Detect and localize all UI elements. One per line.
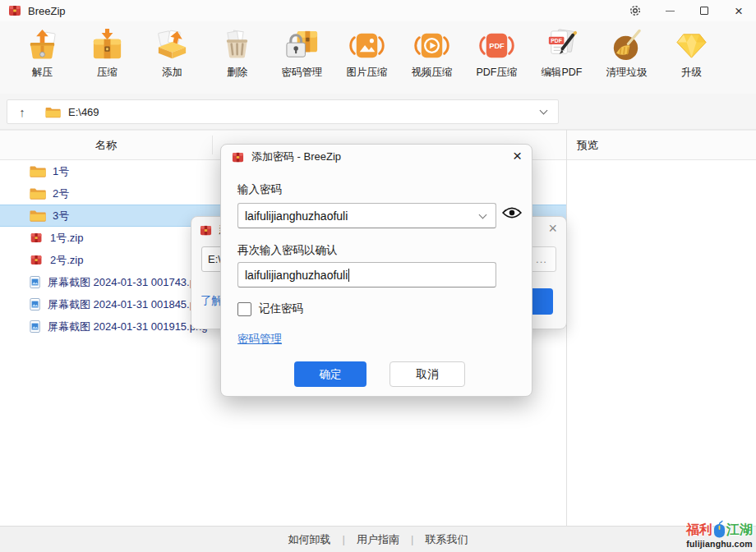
delete-basket-icon [219,27,256,64]
image-file-icon [30,297,41,311]
status-link-guide[interactable]: 用户指南 [357,532,399,547]
toolbar-clean-junk[interactable]: 清理垃圾 [594,21,659,94]
chevron-down-icon[interactable] [479,211,487,219]
learn-more-link[interactable]: 了解 [201,293,223,308]
maximize-icon [700,7,708,15]
status-divider: | [343,533,345,545]
toolbar-password-manager[interactable]: 密码管理 [270,21,334,94]
title-bar: BreeZip × [0,0,756,21]
toolbar-label: 升级 [681,66,702,80]
breezip-app-icon [8,4,21,17]
folder-icon [30,186,46,200]
toolbar-extract[interactable]: 解压 [10,21,75,94]
watermark-url: fulijianghu.com [686,539,753,549]
image-file-icon [30,275,41,289]
confirm-password-value: laifulijianghuzhaofuli [245,269,348,282]
minimize-icon [666,11,675,12]
toolbar-label: 添加 [162,66,182,80]
ok-button[interactable]: 确定 [294,361,366,387]
close-icon: × [735,4,743,18]
compress-box-icon [89,27,126,64]
up-arrow-icon: ↑ [19,105,25,119]
zip-archive-icon [30,231,44,245]
watermark-logo: 福利 江湖 fulijianghu.com [686,522,753,549]
confirm-password-label: 再次输入密码以确认 [237,243,338,258]
svg-text:PDF: PDF [551,38,562,44]
text-caret [348,269,349,282]
address-bar[interactable]: ↑ E:\469 [7,99,559,124]
toolbar-pdf-compress[interactable]: PDF PDF压缩 [464,21,529,94]
dialog-title-bar: 添加密码 - BreeZip [221,145,532,169]
password-lock-icon [284,27,320,64]
password-combobox[interactable]: laifulijianghuzhaofuli [237,203,496,228]
toolbar-upgrade[interactable]: 升级 [659,21,724,94]
extract-box-icon [24,27,61,64]
status-link-uninstall[interactable]: 如何卸载 [288,532,331,547]
address-row: ↑ E:\469 [0,94,756,130]
upgrade-gem-icon [673,27,710,64]
svg-text:PDF: PDF [489,42,505,50]
main-toolbar: 解压 压缩 添加 删除 [0,21,756,94]
file-name: 屏幕截图 2024-01-31 001915.png [48,320,207,334]
remember-password-label: 记住密码 [259,301,303,316]
close-icon[interactable]: × [548,220,557,237]
gear-icon [629,4,642,17]
zip-archive-icon [30,253,44,267]
close-icon[interactable]: × [513,148,522,163]
watermark-word-right: 江湖 [726,522,753,539]
folder-icon [30,164,46,178]
image-compress-icon [348,27,385,64]
password-value: laifulijianghuzhaofuli [245,209,348,223]
toolbar-label: PDF压缩 [477,66,518,80]
status-link-contact[interactable]: 联系我们 [425,532,468,547]
file-name: 1号.zip [50,231,83,246]
file-name: 2号 [53,186,69,201]
image-file-icon [30,320,41,334]
status-bar: 如何卸载 | 用户指南 | 联系我们 [0,526,756,552]
file-name: 屏幕截图 2024-01-31 001845.png [48,297,207,312]
clean-junk-icon [608,27,645,64]
settings-button[interactable] [618,0,652,21]
maximize-button[interactable] [687,0,721,21]
toolbar-label: 视频压缩 [412,66,453,80]
toolbar-compress[interactable]: 压缩 [75,21,140,94]
preview-header: 预览 [567,130,756,160]
toolbar-label: 解压 [32,66,53,80]
preview-panel: 预览 [567,130,756,526]
column-header-name[interactable]: 名称 [0,138,212,153]
up-directory-button[interactable]: ↑ [7,100,37,123]
file-name: 3号 [53,209,69,223]
password-manager-link[interactable]: 密码管理 [237,332,282,347]
watermark-word-left: 福利 [686,522,712,539]
chevron-down-icon[interactable] [540,107,548,115]
toolbar-label: 图片压缩 [347,66,388,80]
toolbar-image-compress[interactable]: 图片压缩 [334,21,399,94]
breezip-app-icon [200,224,212,237]
remember-password-checkbox[interactable] [237,302,251,316]
password-label: 输入密码 [237,182,282,197]
minimize-button[interactable] [652,0,687,21]
remember-password-row[interactable]: 记住密码 [237,301,303,316]
column-divider[interactable] [212,136,213,154]
toolbar-label: 删除 [227,66,247,80]
mouse-icon [713,520,726,538]
cancel-button[interactable]: 取消 [390,361,465,387]
confirm-password-input[interactable]: laifulijianghuzhaofuli [237,262,496,288]
pdf-compress-icon: PDF [478,27,515,64]
video-compress-icon [413,27,450,64]
toolbar-label: 密码管理 [282,66,323,80]
toolbar-add[interactable]: 添加 [140,21,205,94]
eye-icon[interactable] [502,205,522,220]
toolbar-edit-pdf[interactable]: PDF 编辑PDF [529,21,594,94]
toolbar-label: 压缩 [97,66,118,80]
toolbar-delete[interactable]: 删除 [205,21,270,94]
file-name: 1号 [53,164,69,179]
close-button[interactable]: × [721,0,756,21]
edit-pdf-icon: PDF [543,27,580,64]
file-name: 2号.zip [50,253,83,268]
current-path: E:\469 [68,106,99,118]
file-name: 屏幕截图 2024-01-31 001743.png [48,275,207,290]
toolbar-label: 编辑PDF [542,66,583,80]
add-to-archive-icon [154,27,191,64]
toolbar-video-compress[interactable]: 视频压缩 [399,21,464,94]
